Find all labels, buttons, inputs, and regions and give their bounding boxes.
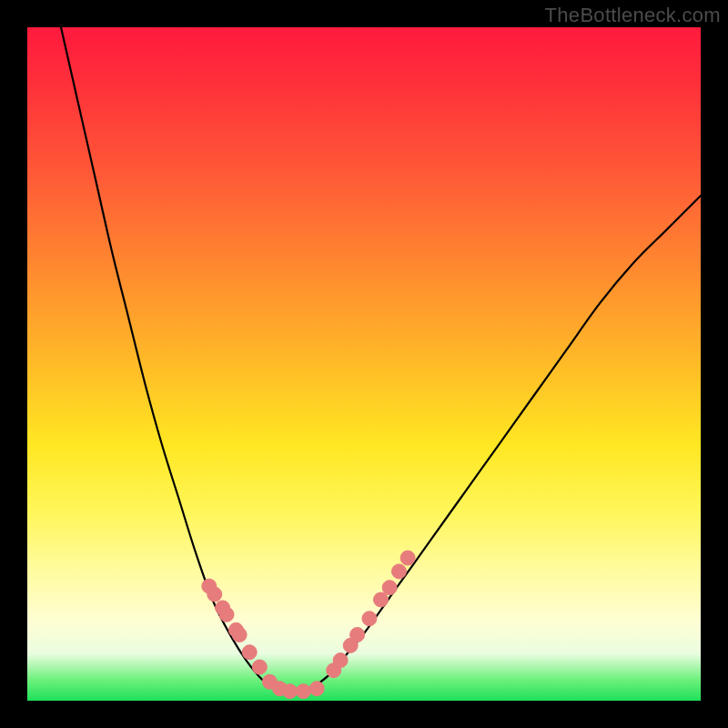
chart-svg <box>27 27 701 701</box>
data-marker <box>309 682 324 696</box>
bottleneck-curve <box>61 27 701 691</box>
data-marker <box>232 627 247 642</box>
chart-plot-area <box>27 27 701 701</box>
data-markers-group <box>202 551 415 699</box>
data-marker <box>350 627 365 642</box>
data-marker <box>382 581 397 595</box>
data-marker <box>374 592 389 607</box>
data-marker <box>283 684 298 699</box>
data-marker <box>207 587 222 602</box>
data-marker <box>362 612 377 626</box>
data-marker <box>296 684 310 699</box>
data-marker <box>333 653 348 668</box>
data-marker <box>391 564 406 579</box>
data-marker <box>400 551 415 565</box>
data-marker <box>252 660 267 674</box>
watermark-text: TheBottleneck.com <box>545 4 721 27</box>
chart-stage: TheBottleneck.com <box>0 0 728 728</box>
data-marker <box>219 607 234 622</box>
data-marker <box>242 645 257 660</box>
